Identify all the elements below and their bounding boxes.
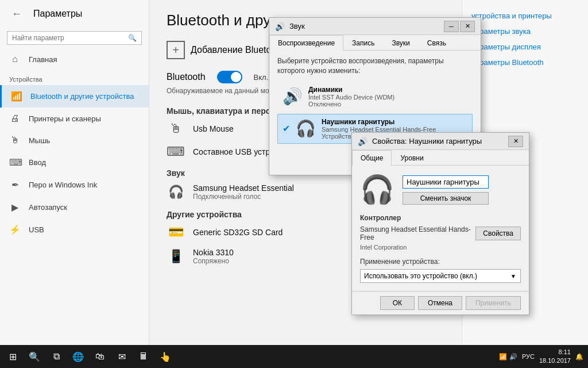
props-dialog-titlebar: 🔊 Свойства: Наушники гарнитуры ✕: [352, 133, 529, 150]
start-button[interactable]: ⊞: [2, 345, 23, 368]
props-name-row: 🎧 Сменить значок: [360, 174, 521, 206]
nokia-name: Nokia 3310: [193, 248, 234, 257]
sound-dialog-icon: 🔊: [275, 22, 285, 31]
link-display-settings[interactable]: параметры дисплея: [471, 43, 579, 51]
sidebar-item-label: Принтеры и сканеры: [29, 114, 101, 123]
sound-dialog-desc: Выберите устройство воспроизведения, пар…: [277, 56, 473, 76]
headset-sound-name: Наушники гарнитуры: [322, 118, 467, 126]
add-device-button[interactable]: +: [167, 41, 185, 59]
link-sound-settings[interactable]: параметры звука: [471, 27, 579, 36]
calc-button[interactable]: 🖩: [133, 345, 154, 368]
bluetooth-icon: 📶: [11, 91, 22, 102]
sound-dialog-title: Звук: [289, 22, 439, 30]
headset-sound-icon: 🎧: [296, 119, 316, 138]
taskbar-date-value: 18.10.2017: [539, 356, 571, 365]
props-dialog-controls: ✕: [508, 136, 523, 147]
sound-device-speakers[interactable]: 🔊 Динамики Intel SST Audio Device (WDM) …: [277, 82, 473, 112]
back-button[interactable]: ←: [7, 6, 26, 22]
mouse-icon: 🖱: [9, 135, 21, 145]
headset-name: Samsung Headset Essential: [193, 183, 294, 193]
store-button[interactable]: 🛍: [90, 345, 110, 368]
sidebar-item-usb[interactable]: ⚡ USB: [0, 218, 149, 241]
wifi-icon: 📶: [499, 353, 507, 361]
bluetooth-label: Bluetooth: [167, 72, 206, 82]
toggle-circle: [231, 72, 241, 82]
speakers-icon: 🔊: [283, 87, 303, 106]
sidebar-item-printers[interactable]: 🖨 Принтеры и сканеры: [0, 108, 149, 129]
home-icon: ⌂: [9, 54, 21, 64]
mouse-device-name: Usb Mouse: [193, 124, 234, 133]
sd-card-name: Generic SD32G SD Card: [193, 228, 283, 237]
taskbar-datetime: 8:11 18.10.2017: [539, 348, 571, 366]
sidebar-item-label: Главная: [29, 55, 57, 64]
props-dialog-title: Свойства: Наушники гарнитуры: [372, 137, 504, 145]
props-controller-row: Samsung Headset Essential Hands-Free Сво…: [360, 225, 521, 241]
taskbar: ⊞ 🔍 ⧉ 🌐 🛍 ✉ 🖩 👆 📶 🔊 РУС 8:11 18.10.2017 …: [0, 345, 588, 368]
props-dialog-close[interactable]: ✕: [508, 136, 523, 147]
sidebar-item-label: Мышь: [29, 136, 50, 145]
ok-button[interactable]: ОК: [380, 296, 415, 310]
sidebar-item-pen[interactable]: ✒ Перо и Windows Ink: [0, 174, 149, 196]
headset-icon: 🎧: [167, 185, 185, 200]
props-tabs: Общие Уровни: [352, 150, 529, 166]
check-icon: ✔: [283, 123, 290, 134]
edge-button[interactable]: 🌐: [68, 345, 88, 368]
link-devices-printers[interactable]: устройства и принтеры: [471, 12, 579, 20]
bluetooth-toggle[interactable]: [217, 71, 242, 83]
tab-sounds[interactable]: Звуки: [383, 35, 418, 51]
speakers-status: Отключено: [308, 101, 467, 108]
sidebar-item-home[interactable]: ⌂ Главная: [0, 48, 149, 70]
taskbar-sys-icons: 📶 🔊: [499, 353, 517, 361]
tab-playback[interactable]: Воспроизведение: [269, 35, 343, 51]
sidebar-item-input[interactable]: ⌨ Ввод: [0, 151, 149, 174]
usage-select[interactable]: Использовать это устройство (вкл.): [360, 269, 521, 283]
sound-dialog-tabs: Воспроизведение Запись Звуки Связь: [269, 35, 481, 51]
sidebar-header: ← Параметры: [0, 0, 149, 28]
props-dialog: 🔊 Свойства: Наушники гарнитуры ✕ Общие У…: [351, 132, 529, 315]
taskbar-time-value: 8:11: [539, 348, 571, 356]
tab-record[interactable]: Запись: [343, 35, 383, 51]
usb-icon: ⚡: [9, 224, 21, 235]
sound-dialog-minimize[interactable]: ─: [444, 21, 459, 32]
sound-dialog-controls: ─ ✕: [444, 21, 475, 32]
taskbar-lang: РУС: [522, 353, 535, 360]
nokia-sub: Сопряжено: [193, 257, 234, 265]
input-icon: ⌨: [9, 157, 21, 168]
search-input[interactable]: [12, 34, 125, 42]
tab-comm[interactable]: Связь: [419, 35, 455, 51]
link-bluetooth-settings[interactable]: параметры Bluetooth: [471, 58, 579, 67]
sidebar-item-autorun[interactable]: ▶ Автозапуск: [0, 196, 149, 218]
sidebar-item-label: Ввод: [29, 158, 46, 167]
headset-sound-sub: Samsung Headset Essential Hands-Free: [322, 126, 467, 133]
usage-label: Применение устройства:: [360, 258, 521, 266]
controller-sub: Intel Corporation: [360, 244, 521, 251]
cancel-button[interactable]: Отмена: [418, 296, 462, 310]
fingerprint-button[interactable]: 👆: [155, 345, 176, 368]
task-view-button[interactable]: ⧉: [46, 345, 67, 368]
device-name-input[interactable]: [403, 175, 489, 189]
properties-button[interactable]: Свойства: [475, 227, 521, 240]
keyboard-device-icon: ⌨: [167, 144, 185, 159]
sidebar-item-label: Автозапуск: [29, 203, 67, 212]
usage-select-wrap: Использовать это устройство (вкл.) ▼: [360, 269, 521, 283]
search-taskbar-button[interactable]: 🔍: [24, 345, 45, 368]
controller-name: Samsung Headset Essential Hands-Free: [360, 225, 475, 241]
props-tab-general[interactable]: Общие: [352, 150, 392, 166]
sound-dialog-titlebar: 🔊 Звук ─ ✕: [269, 18, 481, 35]
props-dialog-icon: 🔊: [358, 137, 368, 146]
controller-section-label: Контроллер: [360, 214, 521, 222]
sidebar-section-devices: Устройства: [0, 70, 149, 85]
change-icon-button[interactable]: Сменить значок: [403, 192, 489, 205]
apply-button[interactable]: Применить: [466, 296, 521, 310]
mail-button[interactable]: ✉: [111, 345, 132, 368]
sidebar-item-bluetooth[interactable]: 📶 Bluetooth и другие устройства: [0, 85, 149, 108]
mouse-device-icon: 🖱: [167, 121, 185, 136]
pen-icon: ✒: [9, 179, 21, 190]
props-dialog-footer: ОК Отмена Применить: [352, 291, 529, 315]
props-tab-levels[interactable]: Уровни: [392, 150, 432, 166]
search-icon: 🔍: [128, 34, 137, 42]
sidebar-item-mouse[interactable]: 🖱 Мышь: [0, 129, 149, 151]
search-box[interactable]: 🔍: [7, 31, 142, 45]
sound-dialog-close[interactable]: ✕: [460, 21, 475, 32]
notification-icon[interactable]: 🔔: [575, 353, 583, 361]
